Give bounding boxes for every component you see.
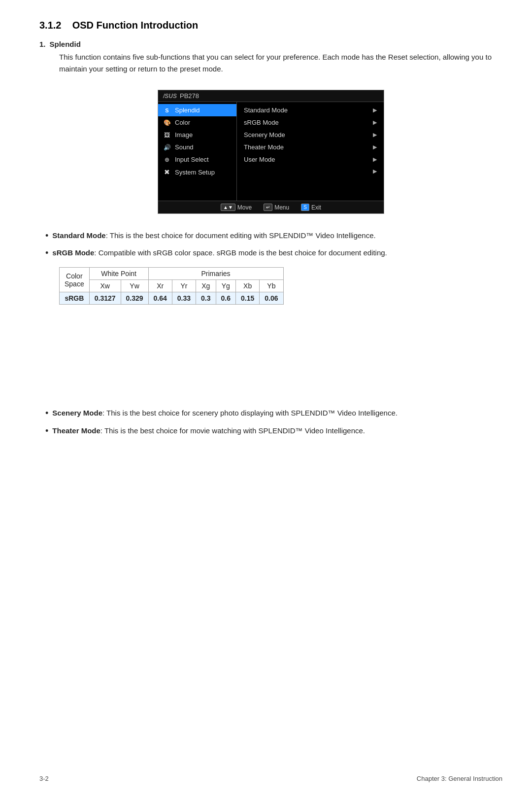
move-icon: ▲▼	[221, 204, 235, 211]
splendid-intro: This function contains five sub-function…	[59, 51, 502, 75]
bullet-srgb: sRGB Mode: Compatible with sRGB color sp…	[39, 247, 502, 259]
scenery-mode-label: Scenery Mode	[244, 131, 285, 139]
osd-footer: ▲▼ Move ↵ Menu S Exit	[158, 201, 384, 213]
srgb-yr: 0.33	[172, 292, 196, 305]
srgb-xg: 0.3	[196, 292, 216, 305]
item-number: 1.	[39, 40, 46, 48]
col-xb: Xb	[236, 280, 260, 292]
system-icon: ✖	[163, 168, 171, 176]
image-icon: 🖼	[163, 132, 171, 139]
osd-menu-input[interactable]: ⊕ Input Select	[158, 153, 236, 166]
col-white-point: White Point	[89, 268, 148, 280]
splendid-label: Splendid	[175, 106, 200, 114]
footer-exit: S Exit	[301, 204, 321, 211]
osd-menu-splendid[interactable]: S Splendid	[158, 104, 236, 116]
footer-move: ▲▼ Move	[221, 204, 252, 211]
user-arrow: ▶	[373, 156, 377, 163]
input-label: Input Select	[175, 156, 209, 163]
item-label: Splendid	[50, 40, 81, 48]
standard-mode-term: Standard Mode	[52, 230, 105, 242]
osd-right-panel: Standard Mode ▶ sRGB Mode ▶ Scenery Mode…	[237, 102, 384, 201]
osd-body: S Splendid 🎨 Color 🖼 Image 🔊 Sound	[158, 102, 384, 201]
osd-left-panel: S Splendid 🎨 Color 🖼 Image 🔊 Sound	[158, 102, 237, 201]
section-number: 3.1.2	[39, 20, 61, 31]
asus-logo: /SUS	[163, 93, 177, 100]
osd-menu-sound[interactable]: 🔊 Sound	[158, 141, 236, 153]
col-primaries: Primaries	[148, 268, 283, 280]
input-icon: ⊕	[163, 156, 171, 163]
col-xw: Xw	[89, 280, 121, 292]
srgb-xw: 0.3127	[89, 292, 121, 305]
scenery-theater-bullets: Scenery Mode: This is the best choice fo…	[39, 407, 502, 437]
sound-label: Sound	[175, 143, 194, 151]
empty-arrow: ▶	[373, 168, 377, 174]
osd-option-theater[interactable]: Theater Mode ▶	[237, 141, 384, 153]
theater-mode-term: Theater Mode	[52, 425, 100, 437]
standard-mode-desc: : This is the best choice for document e…	[106, 230, 376, 242]
osd-option-srgb[interactable]: sRGB Mode ▶	[237, 116, 384, 129]
col-xr: Xr	[148, 280, 172, 292]
color-space-table: ColorSpace White Point Primaries Xw Yw X…	[59, 267, 284, 305]
bullet-theater: Theater Mode: This is the best choice fo…	[39, 425, 502, 437]
theater-mode-label: Theater Mode	[244, 143, 284, 151]
osd-option-standard[interactable]: Standard Mode ▶	[237, 104, 384, 116]
section-title: OSD Function Introduction	[72, 20, 199, 31]
srgb-yw: 0.329	[121, 292, 148, 305]
srgb-xb: 0.15	[236, 292, 260, 305]
srgb-mode-desc: : Compatible with sRGB color space. sRGB…	[94, 247, 387, 259]
system-label: System Setup	[175, 169, 215, 176]
exit-icon: S	[301, 204, 309, 211]
move-label: Move	[237, 204, 252, 211]
color-icon: 🎨	[163, 119, 171, 126]
section-heading: 3.1.2 OSD Function Introduction	[39, 20, 502, 31]
col-xg: Xg	[196, 280, 216, 292]
col-yr: Yr	[172, 280, 196, 292]
color-label: Color	[175, 119, 190, 126]
col-color-space: ColorSpace	[60, 268, 90, 292]
standard-mode-label: Standard Mode	[244, 106, 288, 114]
scenery-mode-desc: : This is the best choice for scenery ph…	[102, 407, 398, 419]
osd-menu-color[interactable]: 🎨 Color	[158, 116, 236, 129]
scenery-mode-term: Scenery Mode	[52, 407, 102, 419]
exit-label: Exit	[311, 204, 321, 211]
user-mode-label: User Mode	[244, 156, 275, 163]
image-label: Image	[175, 131, 193, 139]
osd-screenshot: /SUS PB278 S Splendid 🎨 Color 🖼 Image	[158, 90, 384, 214]
sound-icon: 🔊	[163, 144, 171, 151]
srgb-mode-term: sRGB Mode	[52, 247, 94, 259]
table-header-row2: Xw Yw Xr Yr Xg Yg Xb Yb	[60, 280, 284, 292]
osd-option-user[interactable]: User Mode ▶	[237, 153, 384, 166]
osd-menu-image[interactable]: 🖼 Image	[158, 129, 236, 141]
menu-label: Menu	[274, 204, 289, 211]
srgb-xr: 0.64	[148, 292, 172, 305]
page-footer: 3-2 Chapter 3: General Instruction	[39, 775, 502, 782]
srgb-row-label: sRGB	[60, 292, 90, 305]
spacer	[39, 313, 502, 401]
footer-menu: ↵ Menu	[264, 204, 289, 211]
srgb-yb: 0.06	[260, 292, 283, 305]
srgb-yg: 0.6	[216, 292, 235, 305]
scenery-arrow: ▶	[373, 132, 377, 138]
footer-chapter: Chapter 3: General Instruction	[417, 775, 502, 782]
srgb-mode-label: sRGB Mode	[244, 119, 279, 126]
splendid-icon: S	[163, 107, 171, 114]
col-yb: Yb	[260, 280, 283, 292]
standard-srgb-bullets: Standard Mode: This is the best choice f…	[39, 230, 502, 259]
footer-page-number: 3-2	[39, 775, 49, 782]
theater-arrow: ▶	[373, 144, 377, 150]
bullet-scenery: Scenery Mode: This is the best choice fo…	[39, 407, 502, 419]
theater-mode-desc: : This is the best choice for movie watc…	[100, 425, 365, 437]
menu-icon: ↵	[264, 204, 272, 211]
bullet-standard: Standard Mode: This is the best choice f…	[39, 230, 502, 242]
srgb-arrow: ▶	[373, 119, 377, 126]
osd-menu-system[interactable]: ✖ System Setup	[158, 166, 236, 178]
osd-title-bar: /SUS PB278	[158, 90, 384, 102]
table-header-row1: ColorSpace White Point Primaries	[60, 268, 284, 280]
table-srgb-row: sRGB 0.3127 0.329 0.64 0.33 0.3 0.6 0.15…	[60, 292, 284, 305]
standard-arrow: ▶	[373, 107, 377, 113]
col-yw: Yw	[121, 280, 148, 292]
osd-option-scenery[interactable]: Scenery Mode ▶	[237, 129, 384, 141]
osd-model: PB278	[180, 92, 199, 100]
col-yg: Yg	[216, 280, 235, 292]
splendid-section: 1. Splendid This function contains five …	[39, 40, 502, 437]
